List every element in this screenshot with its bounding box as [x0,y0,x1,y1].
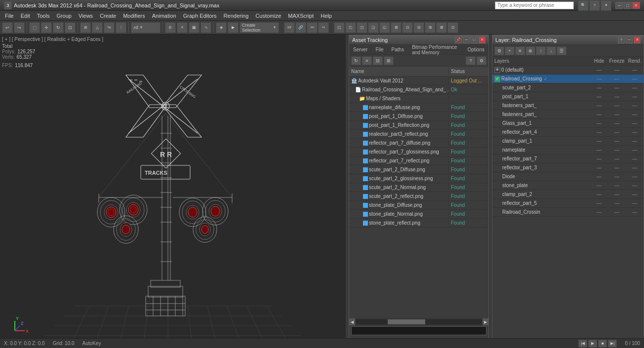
search-btn[interactable]: 🔍 [578,0,589,11]
close-btn[interactable]: ✕ [632,2,640,9]
menu-file[interactable]: File [2,12,17,20]
asset-row[interactable]: reflector_part_7_diffuse.png Found [349,139,488,148]
layer-row[interactable]: reflector_part_5 — — — [492,199,644,208]
asset-tab-server[interactable]: Server [351,46,369,53]
layer-row[interactable]: clamp_part_2 — — — [492,190,644,199]
select-btn[interactable]: ⬚ [29,22,40,33]
layer-active-icon[interactable]: ✓ [494,76,500,82]
layer-row[interactable]: fasteners_part_ — — — [492,110,644,119]
asset-row[interactable]: nameplate_difusse.png Found [349,103,488,112]
render10-btn[interactable]: ⊞ [425,22,436,33]
asset-panel-pin-btn[interactable]: 📌 [455,37,462,43]
minimize-btn[interactable]: ─ [615,2,623,9]
snap-btn[interactable]: ⊞ [80,22,91,33]
layer-move-up-btn[interactable]: ↑ [536,46,546,55]
rotate-btn[interactable]: ↻ [53,22,64,33]
asset-row[interactable]: stone_plate_Diffuse.png Found [349,201,488,210]
asset-row[interactable]: scute_part_2_glossiness.png Found [349,174,488,183]
asset-row[interactable]: scute_part_2_Normal.png Found [349,183,488,192]
layer-row[interactable]: 👁 0 (default) — — — [492,66,644,75]
layer-panel-minimize-btn[interactable]: ─ [626,37,633,43]
layer-row[interactable]: clamp_part_1 — — — [492,137,644,146]
menu-tools[interactable]: Tools [34,12,53,20]
render12-btn[interactable]: ⊡ [447,22,458,33]
curve-editor-btn[interactable]: ∿ [201,22,211,33]
layer-add-btn[interactable]: + [505,46,515,55]
pct-snap-btn[interactable]: % [104,22,115,33]
maximize-btn[interactable]: □ [624,2,632,9]
menu-rendering[interactable]: Rendering [221,12,252,20]
layer-row[interactable]: Railroad_Crossin — — — [492,208,644,217]
unlink-btn[interactable]: ✂ [318,22,329,33]
asset-panel-minimize-btn[interactable]: ─ [463,37,470,43]
mirror-btn[interactable]: ⫛ [165,22,176,33]
asset-tab-file[interactable]: File [373,46,385,53]
asset-row[interactable]: realector_part3_reflect.png Found [349,130,488,139]
asset-row[interactable]: post_part_1_Reflection.png Found [349,121,488,130]
layer-row[interactable]: nameplate — — — [492,146,644,155]
menu-maxscript[interactable]: MAXScript [285,12,317,20]
link-btn[interactable]: 🔗 [295,22,306,33]
asset-row[interactable]: 📄 Railroad_Crossing_Ahead_Sign_and_ ... … [349,85,488,94]
layer-delete-btn[interactable]: ✕ [515,46,525,55]
render9-btn[interactable]: ⊟ [413,22,424,33]
help-btn[interactable]: ? [589,0,600,11]
asset-tab-paths[interactable]: Paths [390,46,406,53]
align-btn[interactable]: ≡ [177,22,188,33]
asset-row[interactable]: reflector_part_7_reflect.png Found [349,156,488,165]
layer-row[interactable]: Diode — — — [492,172,644,181]
layer-panel-help-btn[interactable]: ? [618,37,625,43]
layer-dropdown[interactable]: All ▼ [131,22,161,33]
asset-row[interactable]: post_part_1_Diffuse.png Found [349,112,488,121]
menu-customize[interactable]: Customize [252,12,284,20]
menu-animation[interactable]: Animation [149,12,179,20]
xform-btn[interactable]: XF [284,22,295,33]
layer-move-down-btn[interactable]: ↓ [546,46,556,55]
asset-row[interactable]: 🏦 Autodesk Vault 2012 Logged Out ... [349,77,488,85]
end-btn[interactable]: ▶| [608,340,617,348]
render6-btn[interactable]: ◱ [379,22,390,33]
layer-row[interactable]: post_part_1 — — — [492,92,644,101]
asset-path-input[interactable] [351,326,486,335]
asset-row[interactable]: scute_part_2_Diffuse.png Found [349,165,488,174]
asset-panel-close-btn[interactable]: ✕ [479,37,485,43]
layer-row[interactable]: scute_part_2 — — — [492,83,644,92]
asset-panel-maximize-btn[interactable]: □ [471,37,478,43]
scroll-right-btn[interactable]: ▶ [483,318,488,325]
layer-merge-btn[interactable]: ⊕ [525,46,535,55]
render2-btn[interactable]: ◫ [334,22,345,33]
scroll-track[interactable] [356,319,482,324]
angle-snap-btn[interactable]: △ [92,22,103,33]
scroll-left-btn[interactable]: ◀ [349,318,355,325]
layer-row[interactable]: reflector_part_7 — — — [492,155,644,163]
menu-edit[interactable]: Edit [18,12,33,20]
asset-settings-btn[interactable]: ⚙ [477,56,486,65]
menu-modifiers[interactable]: Modifiers [120,12,148,20]
redo-btn[interactable]: ↪ [14,22,25,33]
layer-row[interactable]: stone_plate — — — [492,181,644,190]
move-btn[interactable]: ✛ [41,22,52,33]
asset-tab-bitmap[interactable]: Bitmap Performance and Memory [410,43,461,56]
asset-row[interactable]: reflector_part_7_glossiness.png Found [349,148,488,156]
render11-btn[interactable]: ⊠ [436,22,447,33]
menu-graph-editors[interactable]: Graph Editors [180,12,220,20]
asset-scrollbar[interactable]: ◀ ▶ [349,318,488,325]
layer-panel-close-btn[interactable]: ✕ [634,37,641,43]
menu-help[interactable]: Help [318,12,335,20]
asset-row[interactable]: stone_plate_reflect.png Found [349,219,488,228]
asset-tab-options[interactable]: Options [466,46,486,53]
render-btn[interactable]: ▶ [228,22,239,33]
scale-btn[interactable]: ⊡ [65,22,76,33]
render3-btn[interactable]: ◰ [345,22,356,33]
layer-row[interactable]: reflector_part_3 — — — [492,163,644,172]
menu-create[interactable]: Create [97,12,119,20]
undo-btn[interactable]: ↩ [2,22,13,33]
asset-row[interactable]: 📁 Maps / Shaders [349,94,488,103]
array-btn[interactable]: ▦ [189,22,200,33]
play-btn[interactable]: ▶ [588,340,597,348]
asset-row[interactable]: scute_part_2_reflect.png Found [349,192,488,201]
layer-visibility-icon[interactable]: 👁 [494,67,500,73]
menu-group[interactable]: Group [53,12,75,20]
layer-row[interactable]: fasteners_part_ — — — [492,101,644,110]
scroll-thumb[interactable] [388,319,425,324]
